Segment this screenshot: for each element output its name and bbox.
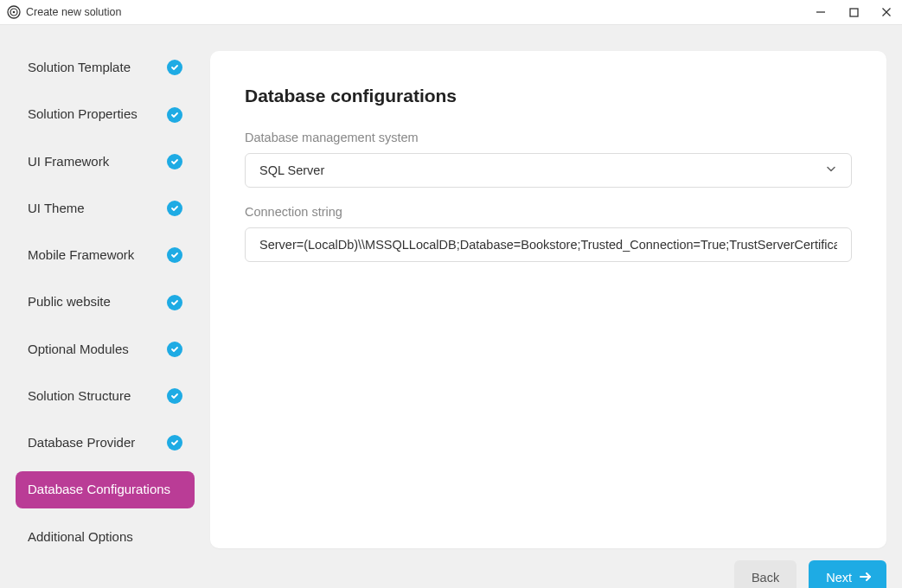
arrow-right-icon bbox=[859, 570, 873, 586]
check-icon bbox=[167, 295, 182, 310]
minimize-button[interactable] bbox=[814, 5, 828, 19]
sidebar-item-mobile-framework[interactable]: Mobile Framework bbox=[16, 237, 195, 273]
sidebar-item-solution-structure[interactable]: Solution Structure bbox=[16, 378, 195, 414]
check-icon bbox=[167, 388, 182, 404]
app-body: Solution TemplateSolution PropertiesUI F… bbox=[0, 25, 902, 588]
content-panel: Database configurations Database managem… bbox=[210, 51, 886, 548]
sidebar: Solution TemplateSolution PropertiesUI F… bbox=[0, 25, 210, 588]
sidebar-item-label: Solution Structure bbox=[28, 387, 131, 405]
sidebar-item-database-provider[interactable]: Database Provider bbox=[16, 425, 195, 461]
connection-string-input[interactable] bbox=[245, 227, 852, 262]
sidebar-item-label: Additional Options bbox=[28, 528, 133, 546]
check-icon bbox=[167, 201, 182, 216]
sidebar-item-label: UI Framework bbox=[28, 153, 109, 170]
sidebar-item-label: Solution Properties bbox=[28, 105, 138, 123]
dbms-select[interactable]: SQL Server bbox=[245, 153, 852, 188]
dbms-select-value: SQL Server bbox=[259, 163, 324, 177]
sidebar-item-database-configurations[interactable]: Database Configurations bbox=[16, 471, 195, 508]
sidebar-item-label: Mobile Framework bbox=[28, 246, 134, 264]
sidebar-item-ui-framework[interactable]: UI Framework bbox=[16, 144, 195, 180]
chevron-down-icon bbox=[825, 163, 837, 178]
back-button[interactable]: Back bbox=[734, 560, 796, 588]
sidebar-item-optional-modules[interactable]: Optional Modules bbox=[16, 331, 195, 368]
app-icon bbox=[7, 5, 21, 19]
titlebar: Create new solution bbox=[0, 0, 902, 25]
check-icon bbox=[167, 107, 182, 123]
dbms-label: Database management system bbox=[245, 131, 852, 144]
next-button[interactable]: Next bbox=[809, 560, 886, 588]
check-icon bbox=[167, 342, 182, 357]
svg-rect-4 bbox=[850, 9, 858, 16]
sidebar-item-label: Database Configurations bbox=[28, 481, 170, 498]
svg-point-2 bbox=[13, 11, 16, 14]
window-controls bbox=[814, 5, 893, 19]
check-icon bbox=[167, 60, 182, 75]
sidebar-item-label: Database Provider bbox=[28, 434, 135, 451]
window-title: Create new solution bbox=[26, 6, 121, 18]
maximize-button[interactable] bbox=[847, 5, 860, 19]
check-icon bbox=[167, 247, 182, 263]
sidebar-item-label: UI Theme bbox=[28, 200, 85, 217]
next-button-label: Next bbox=[826, 571, 852, 585]
sidebar-item-label: Solution Template bbox=[28, 59, 131, 76]
sidebar-item-label: Public website bbox=[28, 293, 111, 310]
connstr-label: Connection string bbox=[245, 205, 852, 219]
close-button[interactable] bbox=[880, 5, 893, 19]
page-title: Database configurations bbox=[245, 86, 852, 106]
check-icon bbox=[167, 435, 182, 451]
sidebar-item-ui-theme[interactable]: UI Theme bbox=[16, 190, 195, 227]
back-button-label: Back bbox=[752, 571, 779, 585]
check-icon bbox=[167, 154, 182, 169]
footer: Back Next bbox=[210, 560, 886, 588]
sidebar-item-solution-properties[interactable]: Solution Properties bbox=[16, 96, 195, 132]
titlebar-left: Create new solution bbox=[7, 5, 121, 19]
sidebar-item-additional-options[interactable]: Additional Options bbox=[16, 519, 195, 555]
sidebar-item-public-website[interactable]: Public website bbox=[16, 284, 195, 320]
sidebar-item-label: Optional Modules bbox=[28, 341, 129, 358]
sidebar-list: Solution TemplateSolution PropertiesUI F… bbox=[16, 49, 195, 555]
content-wrap: Database configurations Database managem… bbox=[210, 25, 902, 588]
sidebar-item-solution-template[interactable]: Solution Template bbox=[16, 49, 195, 86]
